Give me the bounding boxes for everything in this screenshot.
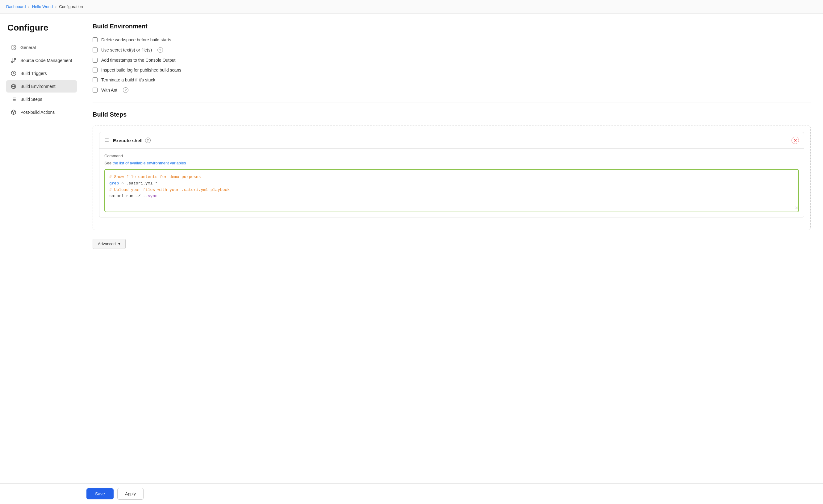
checkbox-label-terminate-build[interactable]: Terminate a build if it's stuck [101,77,155,82]
build-environment-title: Build Environment [93,23,811,30]
sidebar-label-post-build: Post-build Actions [20,110,55,115]
command-label: Command [104,154,799,158]
execute-shell-card: Execute shell ? ✕ Command See the list o… [99,132,804,217]
checkbox-with-ant[interactable] [93,87,98,92]
list-icon [10,96,17,102]
drag-handle-icon[interactable] [104,138,109,144]
checkbox-row-delete-workspace: Delete workspace before build starts [93,37,811,42]
shell-card-header: Execute shell ? ✕ [100,132,804,149]
checkbox-label-inspect-build-log[interactable]: Inspect build log for published build sc… [101,67,181,72]
code-line-4: satori run ./ --sync [109,193,794,200]
code-line-1: # Show file contents for demo purposes [109,174,794,181]
sidebar-label-build-triggers: Build Triggers [20,71,47,76]
checkbox-timestamps[interactable] [93,58,98,63]
breadcrumb-configuration: Configuration [59,4,83,9]
gear-icon [10,44,17,51]
build-environment-checkboxes: Delete workspace before build starts Use… [93,37,811,93]
clock-icon [10,70,17,76]
checkbox-label-secret-text[interactable]: Use secret text(s) or file(s) [101,47,152,52]
sidebar-item-build-steps[interactable]: Build Steps [6,93,77,105]
checkbox-row-timestamps: Add timestamps to the Console Output [93,58,811,63]
shell-card-body: Command See the list of available enviro… [100,149,804,217]
globe-icon [10,83,17,89]
checkbox-secret-text[interactable] [93,47,98,52]
checkbox-row-with-ant: With Ant ? [93,87,811,93]
build-steps-title: Build Steps [93,111,811,118]
sidebar-item-build-triggers[interactable]: Build Triggers [6,67,77,79]
checkbox-terminate-build[interactable] [93,77,98,82]
help-icon-with-ant[interactable]: ? [123,87,128,93]
main-content: Build Environment Delete workspace befor… [80,14,823,503]
shell-title: Execute shell [113,138,143,143]
sidebar-item-post-build[interactable]: Post-build Actions [6,106,77,118]
advanced-button[interactable]: Advanced ▾ [93,239,126,249]
section-divider [93,102,811,102]
help-icon-execute-shell[interactable]: ? [145,138,151,143]
svg-point-0 [13,47,14,48]
checkbox-label-delete-workspace[interactable]: Delete workspace before build starts [101,37,171,42]
sidebar-item-build-environment[interactable]: Build Environment [6,80,77,92]
checkbox-row-inspect-build-log: Inspect build log for published build sc… [93,67,811,72]
bottom-padding [93,249,811,270]
sidebar-item-general[interactable]: General [6,41,77,54]
chevron-down-icon: ▾ [118,242,120,246]
svg-rect-16 [105,141,109,141]
breadcrumb-sep-1: › [28,4,30,9]
build-steps-container: Execute shell ? ✕ Command See the list o… [93,125,811,230]
checkbox-label-with-ant[interactable]: With Ant [101,87,117,92]
svg-point-2 [14,58,16,60]
code-line-2: grep ^ .satori.yml * [109,181,794,187]
env-vars-text: See the list of available environment va… [104,161,799,165]
checkbox-label-timestamps[interactable]: Add timestamps to the Console Output [101,58,175,63]
sidebar-label-source-code: Source Code Management [20,58,72,63]
shell-close-button[interactable]: ✕ [792,137,799,144]
code-line-3: # Upload your files with your .satori.ym… [109,187,794,193]
sidebar: Configure General Source Code Management [0,14,80,503]
checkbox-row-secret-text: Use secret text(s) or file(s) ? [93,47,811,53]
svg-rect-14 [105,139,109,139]
page-layout: Configure General Source Code Management [0,14,823,503]
sidebar-label-build-environment: Build Environment [20,84,55,89]
sidebar-label-general: General [20,45,36,50]
breadcrumb-sep-2: › [55,4,56,9]
apply-button[interactable]: Apply [117,488,144,500]
action-bar: Save Apply [0,483,823,503]
checkbox-row-terminate-build: Terminate a build if it's stuck [93,77,811,82]
breadcrumb: Dashboard › Hello World › Configuration [0,0,823,14]
env-vars-link[interactable]: the list of available environment variab… [113,161,186,165]
help-icon-secret-text[interactable]: ? [157,47,163,53]
save-button[interactable]: Save [87,488,114,499]
sidebar-label-build-steps: Build Steps [20,97,42,102]
checkbox-inspect-build-log[interactable] [93,67,98,72]
branch-icon [10,57,17,63]
advanced-label: Advanced [98,242,116,246]
breadcrumb-dashboard[interactable]: Dashboard [6,4,26,9]
resize-handle-icon: ⇲ [795,204,798,211]
code-editor[interactable]: # Show file contents for demo purposes g… [104,169,799,212]
svg-point-3 [11,61,13,63]
svg-rect-15 [105,140,109,140]
sidebar-title: Configure [6,23,80,33]
checkbox-delete-workspace[interactable] [93,37,98,42]
breadcrumb-hello-world[interactable]: Hello World [32,4,53,9]
sidebar-item-source-code[interactable]: Source Code Management [6,54,77,67]
cube-icon [10,109,17,115]
